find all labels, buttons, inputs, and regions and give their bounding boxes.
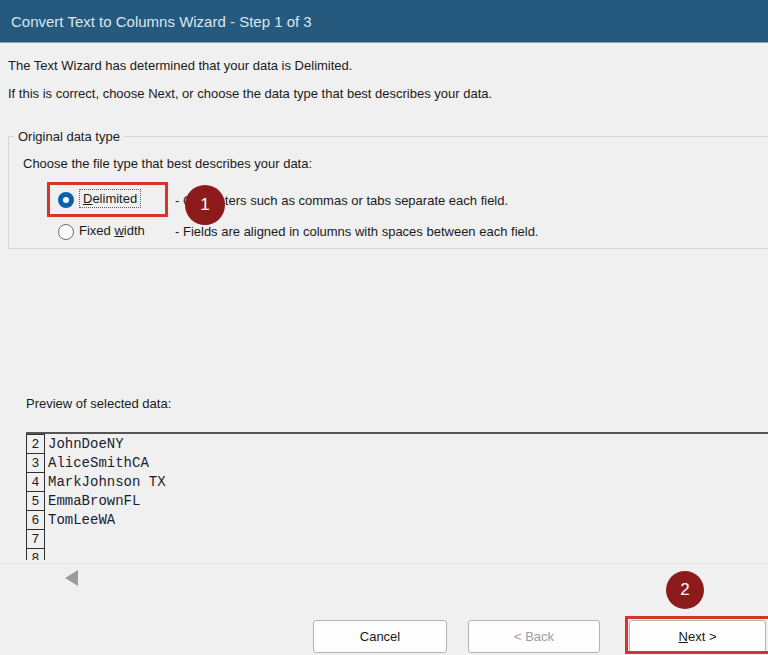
- annotation-step-2-badge: 2: [666, 571, 704, 609]
- preview-row-number: 7: [26, 529, 45, 549]
- dialog-title: Convert Text to Columns Wizard - Step 1 …: [11, 13, 312, 30]
- preview-row-number: 5: [26, 491, 45, 511]
- preview-row-text: EmmaBrownFL: [48, 491, 140, 511]
- preview-row: 7: [26, 529, 768, 549]
- dialog-title-bar: Convert Text to Columns Wizard - Step 1 …: [0, 0, 768, 43]
- wizard-intro-line1: The Text Wizard has determined that your…: [8, 58, 352, 73]
- preview-row-number: 4: [26, 472, 45, 492]
- preview-row-number: 2: [26, 434, 45, 454]
- preview-row: 6TomLeeWA: [26, 510, 768, 530]
- fixed-width-radio[interactable]: [58, 224, 74, 240]
- preview-row: 4MarkJohnson TX: [26, 472, 768, 492]
- preview-row: 3AliceSmithCA: [26, 453, 768, 473]
- preview-row-text: MarkJohnson TX: [48, 472, 166, 492]
- cancel-button[interactable]: Cancel: [313, 620, 447, 653]
- fixed-width-description: - Fields are aligned in columns with spa…: [175, 224, 538, 239]
- preview-row-text: JohnDoeNY: [48, 434, 124, 454]
- preview-row-text: TomLeeWA: [48, 510, 115, 530]
- preview-row-number: 3: [26, 453, 45, 473]
- text-to-columns-wizard-dialog: Convert Text to Columns Wizard - Step 1 …: [0, 0, 768, 655]
- scroll-left-arrow-icon[interactable]: [65, 570, 78, 586]
- preview-row: 8: [26, 548, 768, 560]
- preview-row-number: 8: [26, 548, 45, 560]
- preview-row-number: 6: [26, 510, 45, 530]
- group-legend: Original data type: [14, 129, 124, 144]
- preview-row-text: AliceSmithCA: [48, 453, 149, 473]
- back-button[interactable]: < Back: [468, 620, 600, 653]
- annotation-highlight-rect-next: [625, 616, 768, 654]
- file-type-prompt: Choose the file type that best describes…: [23, 156, 312, 171]
- preview-label: Preview of selected data:: [26, 396, 171, 411]
- fixed-width-radio-label[interactable]: Fixed width: [79, 223, 145, 238]
- preview-bottom-separator: [0, 563, 768, 564]
- wizard-intro-line2: If this is correct, choose Next, or choo…: [8, 86, 492, 101]
- annotation-highlight-rect-delimited: [47, 182, 168, 217]
- preview-row: 5EmmaBrownFL: [26, 491, 768, 511]
- data-preview-box[interactable]: 2JohnDoeNY3AliceSmithCA4MarkJohnson TX5E…: [26, 432, 768, 560]
- preview-row: 2JohnDoeNY: [26, 434, 768, 454]
- annotation-step-1-badge: 1: [185, 185, 225, 225]
